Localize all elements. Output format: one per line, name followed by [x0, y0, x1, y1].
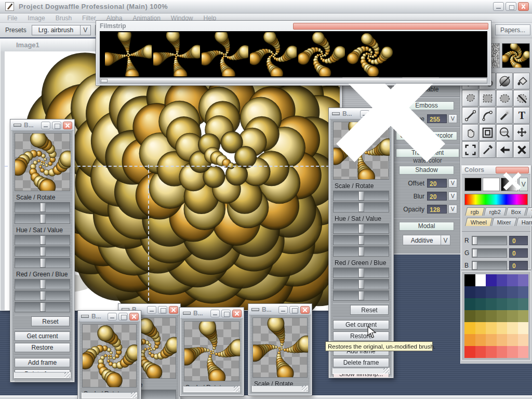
- palette-swatch[interactable]: [464, 274, 475, 286]
- modal-button[interactable]: Modal: [399, 222, 454, 231]
- resize-grip-icon[interactable]: [234, 386, 240, 392]
- window-menu-icon[interactable]: [14, 124, 21, 127]
- slider-thumb[interactable]: [40, 214, 46, 223]
- hue_sat_value-slider[interactable]: [15, 246, 70, 257]
- channel-value[interactable]: 0: [509, 248, 528, 258]
- palette-swatch[interactable]: [464, 322, 475, 334]
- palette-swatch[interactable]: [475, 298, 486, 310]
- scale_rotate-slider[interactable]: [333, 202, 389, 212]
- red_green_blue-slider[interactable]: [15, 290, 70, 301]
- opacity-spinner[interactable]: V: [448, 205, 457, 214]
- palette-swatch[interactable]: [518, 298, 529, 310]
- slider-thumb[interactable]: [40, 302, 46, 312]
- slider-thumb[interactable]: [358, 203, 364, 212]
- channel-slider[interactable]: [472, 236, 507, 245]
- brush-animation-dialog[interactable]: B...Scale / Rotate: [180, 308, 244, 396]
- slider-thumb[interactable]: [472, 261, 477, 270]
- presets-button[interactable]: Presets: [5, 26, 26, 34]
- slider-thumb[interactable]: [40, 247, 46, 256]
- palette-swatch[interactable]: [507, 274, 518, 286]
- slider-thumb[interactable]: [358, 291, 364, 300]
- brush-animation-dialog[interactable]: B...Scale / Rotate: [78, 311, 141, 399]
- maximize-icon[interactable]: [158, 306, 167, 314]
- menu-item-image[interactable]: Image: [22, 15, 50, 22]
- palette-swatch[interactable]: [507, 286, 518, 298]
- palette-swatch[interactable]: [507, 334, 518, 346]
- palette-swatch[interactable]: [475, 346, 486, 358]
- filmstrip-frame[interactable]: [153, 32, 200, 76]
- palette-swatch[interactable]: [507, 298, 518, 310]
- hue-spectrum-bar[interactable]: [464, 194, 528, 205]
- restore-button[interactable]: Restore: [333, 331, 389, 341]
- palette-swatch[interactable]: [464, 334, 475, 346]
- red_green_blue-slider[interactable]: [333, 268, 389, 278]
- maximize-icon[interactable]: [289, 306, 299, 314]
- palette-swatch[interactable]: [518, 334, 529, 346]
- tab-mixer[interactable]: Mixer: [491, 218, 517, 226]
- tool-move-button[interactable]: [513, 124, 530, 141]
- slider-thumb[interactable]: [40, 280, 46, 289]
- window-menu-icon[interactable]: [251, 308, 259, 311]
- palette-swatch[interactable]: [475, 334, 486, 346]
- slider-thumb[interactable]: [358, 235, 364, 245]
- dialog-titlebar[interactable]: B...: [249, 304, 311, 315]
- tool-fill-bucket-button[interactable]: [513, 73, 530, 89]
- palette-swatch[interactable]: [464, 346, 475, 358]
- minimize-icon[interactable]: [210, 310, 220, 317]
- minimize-icon[interactable]: [278, 306, 288, 314]
- app-titlebar[interactable]: Project Dogwaffle Professional (Main) 10…: [0, 0, 532, 14]
- opacity-field[interactable]: 128: [427, 205, 447, 214]
- hue_sat_value-slider[interactable]: [15, 258, 70, 268]
- palette-swatch[interactable]: [497, 334, 508, 346]
- close-icon[interactable]: [496, 167, 529, 174]
- close-icon[interactable]: [63, 122, 72, 129]
- delete-frame-button[interactable]: Delete frame: [333, 358, 389, 367]
- maximize-icon[interactable]: [221, 310, 231, 317]
- slider-thumb[interactable]: [358, 268, 364, 277]
- scale_rotate-slider[interactable]: [333, 191, 389, 201]
- tool-ellipse-select-button[interactable]: [496, 90, 513, 107]
- palette-swatch[interactable]: [475, 310, 486, 322]
- filmstrip-scrollbar[interactable]: [100, 78, 487, 84]
- scale_rotate-slider[interactable]: [15, 214, 70, 224]
- palette-swatch[interactable]: [507, 346, 518, 358]
- reset-button[interactable]: Reset: [31, 316, 70, 326]
- tab-wheel[interactable]: Wheel: [465, 218, 493, 226]
- palette-swatch[interactable]: [486, 274, 497, 286]
- palette-swatch[interactable]: [518, 274, 529, 286]
- slider-thumb[interactable]: [358, 224, 364, 233]
- add-frame-button[interactable]: Add frame: [15, 358, 70, 367]
- palette-swatch[interactable]: [486, 322, 497, 334]
- red_green_blue-slider[interactable]: [333, 290, 389, 301]
- tool-pen-button[interactable]: [496, 107, 513, 124]
- red_green_blue-slider[interactable]: [15, 279, 70, 289]
- resize-grip-icon[interactable]: [64, 372, 70, 378]
- brush-animation-dialog[interactable]: B...Scale / Rotate: [248, 304, 312, 395]
- close-icon[interactable]: [232, 310, 242, 317]
- brush-animation-dialog[interactable]: B...Scale / RotateHue / Sat / ValueRed /…: [10, 119, 74, 382]
- channel-value[interactable]: 0: [509, 261, 528, 270]
- resize-grip-icon[interactable]: [302, 385, 308, 391]
- palette-swatch[interactable]: [475, 286, 486, 298]
- tool-gradient-sphere-button[interactable]: [496, 73, 513, 89]
- slider-thumb[interactable]: [472, 249, 477, 257]
- tool-zoom-100-button[interactable]: 100%: [496, 124, 513, 141]
- palette-swatch[interactable]: [486, 346, 497, 358]
- blur-spinner[interactable]: V: [448, 192, 457, 201]
- brush-image-thumbnail[interactable]: [502, 43, 530, 68]
- brush-preset-dropdown[interactable]: Lrg. airbrush V: [32, 25, 91, 35]
- chevron-down-icon[interactable]: V: [441, 235, 450, 245]
- red_green_blue-slider[interactable]: [15, 302, 70, 312]
- palette-swatch[interactable]: [497, 310, 508, 322]
- minimize-icon[interactable]: [493, 2, 504, 11]
- tab-box[interactable]: Box: [506, 207, 527, 216]
- slider-thumb[interactable]: [358, 247, 364, 256]
- menu-item-file[interactable]: File: [2, 15, 22, 22]
- palette-swatch[interactable]: [507, 310, 518, 322]
- dialog-titlebar[interactable]: B...: [180, 308, 243, 319]
- tab-rgb[interactable]: rgb: [465, 207, 485, 216]
- slider-thumb[interactable]: [40, 203, 46, 212]
- hue_sat_value-slider[interactable]: [333, 235, 389, 245]
- filmstrip-titlebar[interactable]: Filmstrip: [97, 21, 490, 31]
- close-icon[interactable]: [129, 313, 139, 321]
